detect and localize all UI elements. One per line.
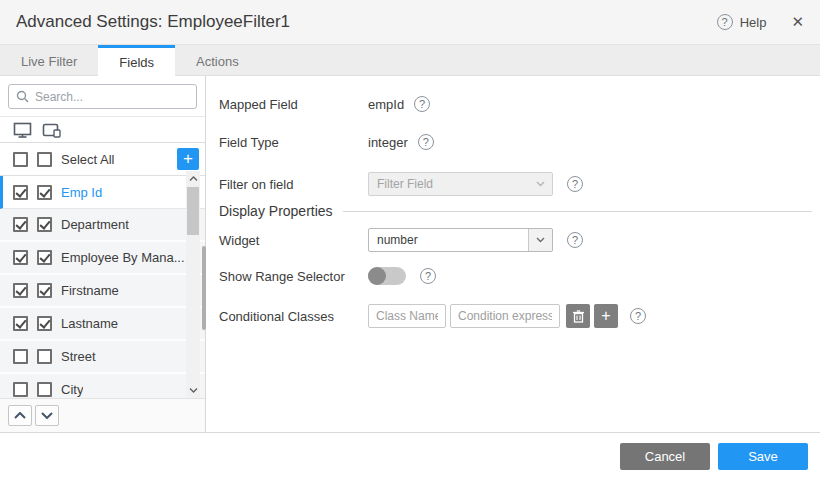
save-button[interactable]: Save [718,443,808,470]
widget-select[interactable]: number [368,228,553,252]
filter-field-select: Filter Field [368,172,553,196]
conditional-classes-label: Conditional Classes [219,309,368,324]
chevron-down-icon[interactable] [528,229,552,251]
help-icon[interactable]: ? [414,96,430,112]
chevron-down-icon [528,173,552,195]
field-label: Emp Id [61,185,102,200]
cancel-button[interactable]: Cancel [620,443,710,470]
help-icon[interactable]: ? [717,14,733,30]
mobile-checkbox[interactable] [37,316,52,331]
field-type-value: integer [368,135,408,150]
dialog-footer: Cancel Save [0,432,820,490]
help-icon[interactable]: ? [630,308,646,324]
section-divider [343,211,812,212]
field-row-firstname[interactable]: Firstname [0,275,205,308]
sidebar-scrollbar[interactable] [186,171,200,398]
field-label: Employee By Mana... [61,250,185,265]
widget-label: Widget [219,233,368,248]
scrollbar-thumb[interactable] [187,187,199,235]
search-box[interactable] [8,84,197,109]
search-area [0,76,205,117]
field-properties-panel: Mapped Field empId ? Field Type integer … [205,76,820,432]
field-row-emp-id[interactable]: Emp Id [0,176,205,209]
web-checkbox[interactable] [13,250,28,265]
tab-actions[interactable]: Actions [175,45,260,75]
search-icon [16,90,29,103]
help-icon[interactable]: ? [420,268,436,284]
reorder-controls [0,398,205,432]
mobile-checkbox[interactable] [37,382,52,397]
field-label: Department [61,217,129,232]
help-link[interactable]: Help [740,15,767,30]
web-checkbox[interactable] [13,349,28,364]
field-row-employee-by-manager[interactable]: Employee By Mana... [0,242,205,275]
display-properties-section: Display Properties [219,201,812,221]
filter-on-field-row: Filter on field Filter Field ? [219,172,812,196]
field-label: Lastname [61,316,118,331]
help-icon[interactable]: ? [567,232,583,248]
select-all-mobile-checkbox[interactable] [37,152,52,167]
mobile-checkbox[interactable] [37,349,52,364]
help-icon[interactable]: ? [418,134,434,150]
web-checkbox[interactable] [13,316,28,331]
show-range-toggle[interactable] [368,267,406,285]
field-row-street[interactable]: Street [0,341,205,374]
select-all-row: Select All + [0,143,205,176]
trash-icon [573,310,584,323]
tab-fields[interactable]: Fields [98,45,175,76]
field-row-city[interactable]: City [0,374,205,398]
main-scrollbar-thumb[interactable] [202,246,206,330]
field-row-department[interactable]: Department [0,209,205,242]
select-all-label: Select All [61,152,114,167]
advanced-settings-dialog: Advanced Settings: EmployeeFilter1 ? Hel… [0,0,820,490]
widget-select-value: number [369,233,528,247]
move-down-button[interactable] [35,405,59,426]
scroll-up-icon[interactable] [186,171,200,186]
add-condition-button[interactable]: + [594,304,618,328]
show-range-selector-label: Show Range Selector [219,269,368,284]
filter-field-select-value: Filter Field [369,177,528,191]
filter-on-field-label: Filter on field [219,177,368,192]
mobile-checkbox[interactable] [37,217,52,232]
scroll-down-icon[interactable] [186,383,200,398]
field-label: City [61,382,83,397]
field-label: Street [61,349,96,364]
field-row-lastname[interactable]: Lastname [0,308,205,341]
mobile-checkbox[interactable] [37,283,52,298]
field-type-label: Field Type [219,135,368,150]
widget-row: Widget number ? [219,228,812,252]
dialog-title: Advanced Settings: EmployeeFilter1 [16,12,290,32]
web-checkbox[interactable] [13,185,28,200]
toggle-knob [368,267,386,285]
close-icon[interactable]: ✕ [791,13,804,31]
mapped-field-row: Mapped Field empId ? [219,95,812,113]
web-checkbox[interactable] [13,382,28,397]
field-label: Firstname [61,283,119,298]
mapped-field-value: empId [368,97,404,112]
select-all-web-checkbox[interactable] [13,152,28,167]
mobile-devices-icon [42,122,62,138]
delete-condition-button[interactable] [566,304,590,328]
desktop-icon [13,122,32,138]
class-name-input[interactable] [368,304,446,328]
move-up-button[interactable] [8,405,32,426]
column-icons-row [0,117,205,143]
tab-bar: Live Filter Fields Actions [0,44,820,76]
dialog-header: Advanced Settings: EmployeeFilter1 ? Hel… [0,0,820,44]
field-type-row: Field Type integer ? [219,133,812,151]
web-checkbox[interactable] [13,283,28,298]
mobile-checkbox[interactable] [37,250,52,265]
mapped-field-label: Mapped Field [219,97,368,112]
conditional-classes-row: Conditional Classes + ? [219,304,812,328]
condition-expression-input[interactable] [450,304,560,328]
tab-live-filter[interactable]: Live Filter [0,45,98,75]
web-checkbox[interactable] [13,217,28,232]
field-list: Emp Id Department Employee By Mana... Fi… [0,176,205,398]
add-field-button[interactable]: + [177,148,199,170]
show-range-selector-row: Show Range Selector ? [219,266,812,286]
fields-sidebar: Select All + Emp Id Department Emplo [0,76,205,432]
search-input[interactable] [35,90,190,104]
mobile-checkbox[interactable] [37,185,52,200]
help-icon[interactable]: ? [567,176,583,192]
section-title: Display Properties [219,203,333,219]
